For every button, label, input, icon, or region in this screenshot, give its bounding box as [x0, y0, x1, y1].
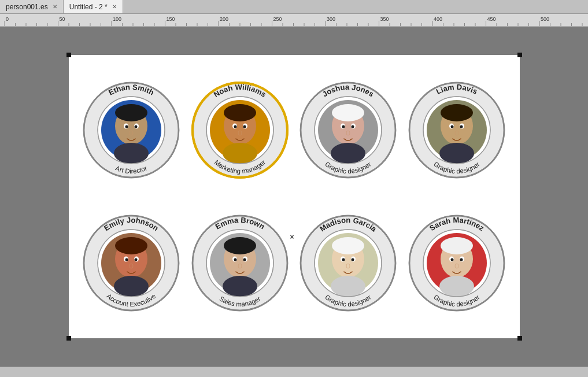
svg-point-95 — [243, 258, 246, 261]
tab-close-untitled[interactable]: ✕ — [112, 3, 117, 10]
handle-top-right[interactable] — [517, 53, 522, 57]
svg-point-113 — [346, 264, 350, 268]
badge-outer-6: Madison García Graphic designer — [299, 214, 397, 312]
badge-1[interactable]: Noah Williams Marketing manager — [188, 66, 291, 194]
svg-point-42 — [342, 125, 345, 128]
badge-outer-2: Joshua Jones Graphic designer — [299, 81, 397, 179]
svg-point-89 — [224, 237, 256, 254]
svg-point-55 — [441, 104, 473, 121]
badge-outer-3: Liam Davis Graphic designer — [408, 81, 506, 179]
page: Ethan Smith Art Director — [69, 55, 520, 338]
tab-person001[interactable]: person001.es ✕ — [0, 0, 64, 13]
svg-point-21 — [224, 104, 256, 121]
svg-point-91 — [223, 276, 257, 297]
x-marker: × — [290, 233, 294, 241]
svg-point-44 — [352, 125, 354, 128]
badge-outer-1: Noah Williams Marketing manager — [191, 81, 289, 179]
svg-point-76 — [125, 258, 128, 261]
svg-point-93 — [234, 258, 236, 261]
svg-point-129 — [460, 258, 463, 261]
badge-0[interactable]: Ethan Smith Art Director — [80, 66, 183, 194]
svg-point-23 — [223, 143, 257, 164]
tab-close-person001[interactable]: ✕ — [53, 3, 57, 10]
badge-7[interactable]: Sarah Martínez Graphic designer — [405, 199, 508, 327]
svg-point-28 — [238, 131, 242, 135]
svg-point-130 — [455, 264, 458, 268]
svg-point-106 — [332, 237, 364, 254]
tab-label-person001: person001.es — [6, 3, 48, 11]
badge-5[interactable]: Emma Brown Sales manager — [188, 199, 291, 327]
svg-point-125 — [439, 276, 474, 297]
svg-point-59 — [450, 125, 453, 128]
svg-point-61 — [460, 125, 463, 128]
badge-outer-0: Ethan Smith Art Director — [82, 81, 180, 179]
badges-grid: Ethan Smith Art Director — [69, 55, 520, 338]
ruler — [0, 14, 588, 27]
badge-outer-4: Emily Johnson Account Executive — [82, 214, 180, 312]
svg-point-78 — [135, 258, 138, 261]
svg-point-127 — [450, 258, 453, 261]
handle-bottom-right[interactable] — [517, 336, 522, 341]
status-bar — [0, 367, 588, 377]
svg-point-11 — [130, 131, 133, 135]
svg-point-62 — [455, 131, 458, 135]
badge-outer-5: Emma Brown Sales manager — [191, 214, 289, 312]
svg-point-74 — [114, 276, 149, 297]
svg-point-112 — [352, 258, 354, 261]
svg-point-72 — [115, 237, 147, 254]
svg-point-25 — [234, 125, 236, 128]
svg-point-45 — [346, 131, 350, 135]
handle-bottom-left[interactable] — [66, 336, 71, 341]
handle-top-left[interactable] — [66, 53, 71, 57]
badge-outer-7: Sarah Martínez Graphic designer — [408, 214, 506, 312]
badge-4[interactable]: Emily Johnson Account Executive — [80, 199, 183, 327]
svg-point-10 — [135, 125, 138, 128]
tab-label-untitled: Untitled - 2 * — [69, 3, 108, 11]
svg-point-108 — [331, 276, 365, 297]
svg-point-38 — [332, 104, 364, 121]
tab-bar: person001.es ✕ Untitled - 2 * ✕ — [0, 0, 588, 14]
badge-2[interactable]: Joshua Jones Graphic designer — [297, 66, 400, 194]
svg-point-57 — [439, 143, 474, 164]
badge-6[interactable]: Madison García Graphic designer — [297, 199, 400, 327]
svg-point-6 — [114, 143, 149, 164]
canvas-area: Ethan Smith Art Director — [0, 27, 588, 367]
svg-point-4 — [115, 104, 147, 121]
svg-point-110 — [342, 258, 345, 261]
svg-point-40 — [331, 143, 365, 164]
svg-point-79 — [130, 264, 133, 268]
tab-untitled[interactable]: Untitled - 2 * ✕ — [64, 0, 123, 13]
svg-point-96 — [238, 264, 242, 268]
svg-point-27 — [243, 125, 246, 128]
svg-point-123 — [441, 237, 473, 254]
svg-point-8 — [125, 125, 128, 128]
badge-3[interactable]: Liam Davis Graphic designer — [405, 66, 508, 194]
